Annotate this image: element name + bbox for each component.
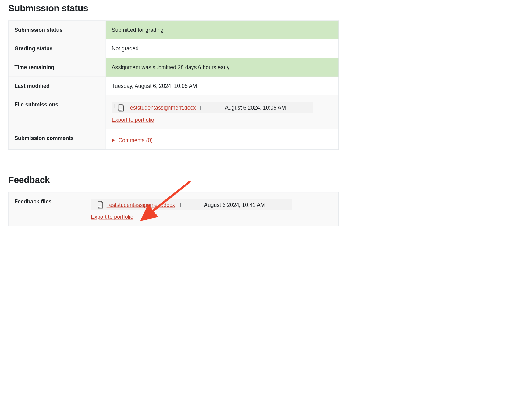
row-value-submission-status: Submitted for grading: [106, 21, 338, 39]
svg-text:DOC: DOC: [98, 206, 102, 208]
row-label-submission-comments: Submission comments: [9, 129, 106, 150]
row-label-submission-status: Submission status: [9, 21, 106, 39]
comments-toggle[interactable]: Comments (0): [112, 137, 332, 144]
row-value-grading-status: Not graded: [106, 39, 338, 58]
plus-icon[interactable]: ＋: [198, 103, 204, 112]
document-icon: DOC: [97, 201, 104, 209]
row-value-feedback-files: └ DOC Teststudentassignment.docx ＋ Augus…: [85, 192, 339, 226]
row-label-file-submissions: File submissions: [9, 95, 106, 129]
submission-status-heading: Submission status: [8, 3, 356, 13]
feedback-table: Feedback files └ DOC Teststudentassignme…: [8, 192, 338, 226]
submission-status-table: Submission status Submitted for grading …: [8, 20, 338, 150]
svg-text:DOC: DOC: [119, 109, 122, 111]
feedback-heading: Feedback: [8, 175, 356, 185]
row-value-file-submissions: └ DOC Teststudentassignment.docx ＋ Augus…: [106, 95, 338, 129]
row-value-last-modified: Tuesday, August 6, 2024, 10:05 AM: [106, 77, 338, 95]
export-to-portfolio-link[interactable]: Export to portfolio: [112, 116, 154, 124]
document-icon: DOC: [118, 104, 125, 112]
submission-file-timestamp: August 6 2024, 10:05 AM: [225, 104, 286, 112]
comments-toggle-label: Comments (0): [119, 137, 153, 144]
feedback-file-timestamp: August 6 2024, 10:41 AM: [204, 201, 265, 209]
feedback-file-row: └ DOC Teststudentassignment.docx ＋ Augus…: [91, 199, 292, 210]
row-label-time-remaining: Time remaining: [9, 58, 106, 77]
submission-file-link[interactable]: Teststudentassignment.docx: [127, 104, 196, 112]
feedback-export-to-portfolio-link[interactable]: Export to portfolio: [91, 213, 133, 221]
row-value-time-remaining: Assignment was submitted 38 days 6 hours…: [106, 58, 338, 77]
tree-branch-icon: └: [112, 103, 117, 112]
row-label-grading-status: Grading status: [9, 39, 106, 58]
tree-branch-icon: └: [92, 200, 96, 209]
row-label-feedback-files: Feedback files: [9, 192, 85, 226]
plus-icon[interactable]: ＋: [177, 200, 183, 209]
row-label-last-modified: Last modified: [9, 77, 106, 95]
row-value-submission-comments: Comments (0): [106, 129, 338, 150]
caret-right-icon: [112, 138, 115, 142]
feedback-file-link[interactable]: Teststudentassignment.docx: [107, 201, 175, 209]
submission-file-row: └ DOC Teststudentassignment.docx ＋ Augus…: [112, 102, 313, 113]
